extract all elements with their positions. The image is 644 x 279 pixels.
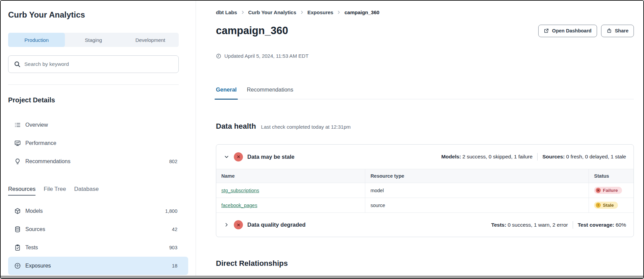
degraded-group-row: Data quality degraded Tests:0 success, 1… — [216, 213, 634, 237]
table-row: facebook_pages source Stale — [216, 198, 634, 213]
sidebar-item-label: Performance — [25, 140, 56, 146]
share-button[interactable]: Share — [601, 25, 634, 37]
sidebar-item-count: 42 — [172, 227, 177, 232]
env-tab-staging[interactable]: Staging — [65, 33, 122, 47]
app-window: Curb Your Analytics Production Staging D… — [0, 0, 644, 279]
tab-recommendations[interactable]: Recommendations — [247, 86, 293, 99]
open-dashboard-button[interactable]: Open Dashboard — [538, 25, 597, 37]
sidebar: Curb Your Analytics Production Staging D… — [1, 1, 196, 278]
sidebar-item-label: Sources — [25, 226, 45, 232]
breadcrumb: dbt Labs Curb Your Analytics Exposures c… — [216, 9, 634, 15]
open-dashboard-label: Open Dashboard — [552, 28, 592, 33]
sidebar-item-models[interactable]: Models 1,800 — [8, 202, 188, 220]
lightbulb-icon — [14, 158, 21, 165]
chevron-down-icon[interactable] — [224, 154, 229, 160]
breadcrumb-exposures[interactable]: Exposures — [307, 9, 333, 15]
sources-summary: Sources:0 fresh, 0 delayed, 1 stale — [542, 154, 626, 160]
horizontal-scrollbar[interactable] — [1, 276, 643, 278]
tab-database[interactable]: Database — [74, 186, 99, 196]
search-input[interactable] — [24, 61, 173, 67]
last-check-text: Last check completed today at 12:31pm — [261, 124, 351, 130]
sidebar-item-recommendations[interactable]: Recommendations 802 — [8, 152, 188, 171]
status-badge-stale: Stale — [594, 202, 618, 209]
breadcrumb-current: campaign_360 — [344, 9, 379, 15]
resource-type-cell: model — [365, 183, 589, 198]
resource-type-cell: source — [365, 198, 589, 213]
table-header-row: Name Resource type Status — [216, 169, 634, 183]
sidebar-divider — [8, 84, 179, 85]
resource-link-stg-subscriptions[interactable]: stg_subscriptions — [221, 188, 259, 193]
data-health-heading: Data health — [216, 122, 256, 131]
direct-relationships-heading: Direct Relationships — [216, 259, 634, 268]
degraded-group-summary: Tests:0 success, 1 warn, 2 error Test co… — [491, 221, 626, 229]
column-header-name: Name — [216, 169, 365, 183]
page-title: campaign_360 — [216, 23, 288, 38]
search-icon — [14, 61, 21, 68]
chevron-right-icon — [337, 10, 341, 15]
stale-group-row: Data may be stale Models:2 success, 0 sk… — [216, 145, 634, 169]
table-row: stg_subscriptions model Failure — [216, 183, 634, 198]
exclamation-circle-icon — [596, 203, 601, 208]
search-box[interactable] — [8, 55, 179, 73]
resource-link-facebook-pages[interactable]: facebook_pages — [221, 203, 257, 208]
env-tab-production[interactable]: Production — [8, 33, 65, 47]
gauge-icon — [14, 262, 21, 269]
stale-group-summary: Models:2 success, 0 skipped, 1 failure S… — [441, 153, 626, 160]
resources-list: Models 1,800 Sources 42 — [8, 202, 188, 275]
stale-group-title: Data may be stale — [247, 154, 294, 160]
breadcrumb-dbt-labs[interactable]: dbt Labs — [216, 9, 237, 15]
summary-divider — [537, 153, 538, 160]
environment-switcher: Production Staging Development — [8, 33, 179, 47]
data-health-header: Data health Last check completed today a… — [216, 122, 634, 131]
tab-resources[interactable]: Resources — [8, 186, 35, 196]
title-row: campaign_360 Open Dashboard — [216, 23, 634, 38]
tab-general[interactable]: General — [216, 86, 237, 99]
clock-icon — [216, 53, 221, 59]
external-link-icon — [544, 28, 549, 33]
x-circle-icon — [234, 152, 243, 161]
share-label: Share — [615, 28, 628, 33]
column-header-status: Status — [589, 169, 634, 183]
chevron-right-icon — [241, 10, 245, 15]
page-tabs: General Recommendations — [216, 86, 634, 99]
stale-resources-table: Name Resource type Status stg_subscripti… — [216, 169, 634, 213]
x-circle-icon — [596, 188, 601, 193]
x-circle-icon — [234, 220, 243, 229]
main-content: dbt Labs Curb Your Analytics Exposures c… — [196, 1, 643, 278]
project-title: Curb Your Analytics — [8, 9, 179, 20]
resource-view-tabs: Resources File Tree Database — [8, 186, 179, 196]
data-health-card: Data may be stale Models:2 success, 0 sk… — [216, 144, 634, 237]
project-details-list: Overview Performance — [8, 116, 188, 171]
summary-divider — [573, 221, 573, 229]
sidebar-item-label: Overview — [25, 122, 48, 128]
list-icon — [14, 122, 21, 128]
performance-icon — [14, 140, 21, 147]
updated-text: Updated April 5, 2024, 11:53 AM EDT — [224, 53, 308, 59]
sidebar-item-tests[interactable]: Tests 903 — [8, 238, 188, 257]
chevron-right-icon — [300, 10, 304, 15]
database-icon — [14, 226, 21, 233]
sidebar-item-count: 18 — [172, 263, 177, 269]
tests-summary: Tests:0 success, 1 warn, 2 error — [491, 222, 568, 228]
env-tab-development[interactable]: Development — [122, 33, 179, 47]
sidebar-item-count: 1,800 — [165, 208, 177, 214]
column-header-resource-type: Resource type — [365, 169, 589, 183]
coverage-summary: Test coverage:60% — [578, 222, 626, 228]
breadcrumb-project[interactable]: Curb Your Analytics — [248, 9, 296, 15]
sidebar-item-label: Tests — [25, 245, 38, 251]
chevron-right-icon[interactable] — [224, 222, 229, 228]
sidebar-item-count: 903 — [169, 245, 177, 250]
sidebar-item-performance[interactable]: Performance — [8, 134, 188, 152]
share-icon — [606, 28, 612, 33]
sidebar-item-count: 802 — [169, 159, 177, 164]
updated-row: Updated April 5, 2024, 11:53 AM EDT — [216, 53, 634, 59]
clipboard-check-icon — [14, 244, 21, 251]
degraded-group-title: Data quality degraded — [247, 222, 305, 228]
sidebar-item-sources[interactable]: Sources 42 — [8, 220, 188, 238]
title-actions: Open Dashboard Share — [538, 25, 634, 37]
tab-file-tree[interactable]: File Tree — [44, 186, 66, 196]
sidebar-item-exposures[interactable]: Exposures 18 — [8, 257, 188, 275]
sidebar-item-overview[interactable]: Overview — [8, 116, 188, 134]
sidebar-item-label: Recommendations — [25, 158, 70, 164]
models-summary: Models:2 success, 0 skipped, 1 failure — [441, 154, 532, 160]
